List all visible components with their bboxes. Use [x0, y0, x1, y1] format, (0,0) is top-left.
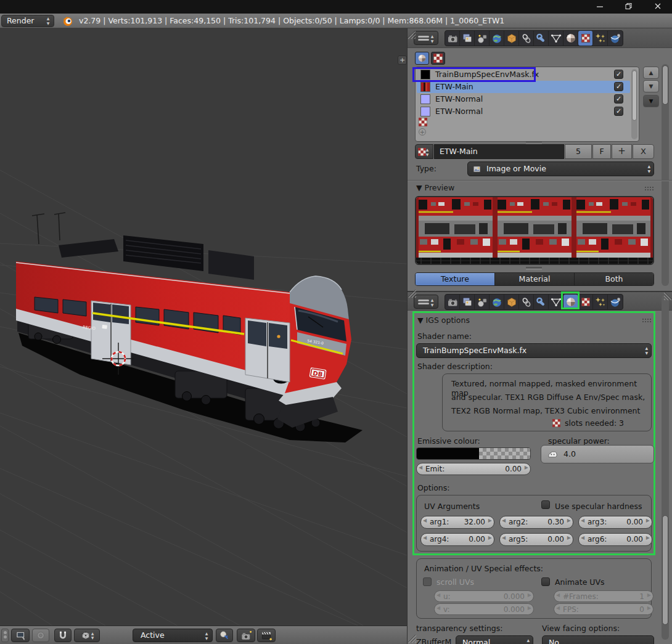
- animate-uvs-checkbox[interactable]: [541, 577, 550, 586]
- close-button[interactable]: [649, 2, 667, 12]
- preview-mode-texture[interactable]: Texture: [416, 273, 495, 285]
- material-tab[interactable]: [563, 31, 578, 46]
- render-tab[interactable]: [445, 295, 460, 309]
- u-slider[interactable]: ◀u:0.000▶: [434, 590, 534, 602]
- scrollbar-thumb[interactable]: [662, 515, 668, 625]
- snap-magnet-icon[interactable]: [54, 629, 72, 642]
- arg3-slider[interactable]: ◀arg3:0.00▶: [578, 516, 652, 529]
- object-tab[interactable]: [504, 295, 519, 309]
- context-material-texture-tab[interactable]: [415, 52, 429, 65]
- editor-type-selector[interactable]: ▲▼: [414, 31, 438, 45]
- region-resize-grip[interactable]: [408, 635, 417, 643]
- fps-slider[interactable]: ◀FPS:0▶: [554, 603, 654, 615]
- preview-mode-both[interactable]: Both: [575, 273, 654, 285]
- specular-power-field[interactable]: 4.0: [541, 445, 654, 463]
- add-slot-icon[interactable]: +: [419, 128, 426, 136]
- slot-enabled-checkbox[interactable]: ✓: [614, 82, 623, 91]
- panel-drag-dots[interactable]: [642, 318, 652, 322]
- scene-tab[interactable]: [475, 295, 490, 309]
- viewport-3d[interactable]: 54 321-0 DB: [0, 28, 407, 626]
- physics-tab[interactable]: [608, 295, 623, 309]
- constraints-tab[interactable]: [519, 31, 534, 46]
- texture-slot-row[interactable]: ETW-Normal✓: [417, 105, 630, 118]
- texture-tab[interactable]: [578, 295, 593, 309]
- use-specular-hardness-checkbox[interactable]: [541, 500, 550, 509]
- arg6-slider[interactable]: ◀arg6:0.00▶: [578, 533, 652, 546]
- constraints-tab[interactable]: [519, 295, 534, 309]
- expand-panel-button[interactable]: +: [398, 55, 407, 65]
- preview-resize-handle[interactable]: [526, 267, 542, 270]
- render-tab[interactable]: [445, 31, 460, 46]
- slot-enabled-checkbox[interactable]: ✓: [614, 70, 623, 79]
- slot-specials-menu-button[interactable]: ▼: [643, 95, 659, 107]
- v-slider[interactable]: ◀v:0.000▶: [434, 603, 534, 615]
- arg1-slider[interactable]: ◀arg1:32.00▶: [420, 516, 494, 529]
- physics-tab[interactable]: [608, 31, 623, 46]
- texture-tab[interactable]: [578, 31, 593, 46]
- object-data-tab[interactable]: [549, 31, 563, 46]
- object-tab[interactable]: [504, 31, 519, 46]
- scrollbar-track[interactable]: [662, 295, 669, 640]
- region-resize-grip[interactable]: [408, 290, 417, 298]
- preview-mode-material[interactable]: Material: [495, 273, 575, 285]
- animate-uvs-label: Animate UVs: [555, 577, 605, 587]
- world-tab[interactable]: [490, 295, 504, 309]
- new-texture-button[interactable]: +: [612, 144, 632, 159]
- frames-slider[interactable]: ◀#Frames:1▶: [554, 590, 654, 602]
- move-slot-up-button[interactable]: ▲: [643, 67, 659, 79]
- opengl-render-anim-button[interactable]: [257, 629, 276, 642]
- blender-logo-icon[interactable]: [62, 15, 73, 26]
- scrollbar-track[interactable]: [662, 64, 669, 286]
- opengl-render-image-button[interactable]: [237, 629, 255, 642]
- scene-tab[interactable]: [475, 31, 490, 46]
- world-tab[interactable]: [490, 31, 504, 46]
- context-other-texture-tab[interactable]: [431, 52, 445, 65]
- keying-set-icon[interactable]: [216, 629, 233, 642]
- unlink-texture-button[interactable]: X: [633, 144, 654, 159]
- particles-tab[interactable]: [593, 31, 608, 46]
- texture-name-field[interactable]: ETW-Main: [434, 144, 564, 159]
- emit-slider[interactable]: ◀Emit: 0.00▶: [416, 463, 531, 475]
- editor-type-button[interactable]: [11, 629, 30, 642]
- igs-panel-header[interactable]: ▼ IGS options: [417, 316, 470, 325]
- arg2-slider[interactable]: ◀arg2:0.30▶: [499, 516, 573, 529]
- texture-slot-row[interactable]: ETW-Main✓: [417, 81, 630, 93]
- slot-enabled-checkbox[interactable]: ✓: [614, 107, 623, 116]
- texture-slot-row[interactable]: ETW-Normal✓: [417, 93, 630, 105]
- proportional-edit-icon[interactable]: [32, 629, 49, 642]
- zbuffer-dropdown[interactable]: Normal ▲▼: [456, 635, 533, 644]
- orientation-dropdown[interactable]: Active ▲▼: [133, 629, 213, 642]
- users-count-button[interactable]: 5: [565, 144, 592, 159]
- scroll-uvs-checkbox[interactable]: [423, 577, 432, 586]
- slot-enabled-checkbox[interactable]: ✓: [614, 94, 623, 104]
- move-slot-down-button[interactable]: ▼: [643, 80, 659, 92]
- view-facing-dropdown[interactable]: No: [542, 635, 654, 644]
- panel-drag-dots[interactable]: [644, 186, 654, 190]
- scrollbar-thumb[interactable]: [662, 65, 668, 105]
- particles-tab[interactable]: [593, 295, 608, 309]
- editor-type-selector[interactable]: ▲▼: [414, 295, 438, 309]
- viewport-canvas[interactable]: 54 321-0 DB: [0, 28, 407, 626]
- pivot-point-dropdown[interactable]: ▲▼: [74, 629, 100, 642]
- render-layers-tab[interactable]: [460, 295, 475, 309]
- modifiers-tab[interactable]: [534, 295, 549, 309]
- render-engine-dropdown[interactable]: Render ▲▼: [1, 15, 54, 27]
- modifiers-tab[interactable]: [534, 31, 549, 46]
- zbuffer-label: ZBufferM: [416, 637, 451, 644]
- browse-texture-button[interactable]: ▲▼: [415, 144, 433, 159]
- arg4-slider[interactable]: ◀arg4:0.00▶: [420, 533, 494, 546]
- region-resize-grip[interactable]: [663, 292, 672, 301]
- region-resize-grip[interactable]: [408, 31, 416, 39]
- emissive-color-swatch[interactable]: [416, 447, 531, 460]
- region-corner-widget[interactable]: [1, 629, 9, 642]
- minimize-button[interactable]: [591, 2, 609, 12]
- preview-panel-header[interactable]: ▼ Preview: [416, 183, 454, 192]
- arg5-slider[interactable]: ◀arg5:0.00▶: [499, 533, 573, 546]
- list-scrollbar[interactable]: [631, 69, 637, 139]
- restore-button[interactable]: [620, 2, 638, 12]
- fake-user-button[interactable]: F: [592, 144, 611, 159]
- render-layers-tab[interactable]: [460, 31, 475, 46]
- annotation-shader-slot: [412, 67, 536, 82]
- shader-name-dropdown[interactable]: TrainBumpSpecEnvMask.fx ▲▼: [416, 343, 652, 358]
- texture-type-dropdown[interactable]: Image or Movie ▲▼: [467, 161, 654, 176]
